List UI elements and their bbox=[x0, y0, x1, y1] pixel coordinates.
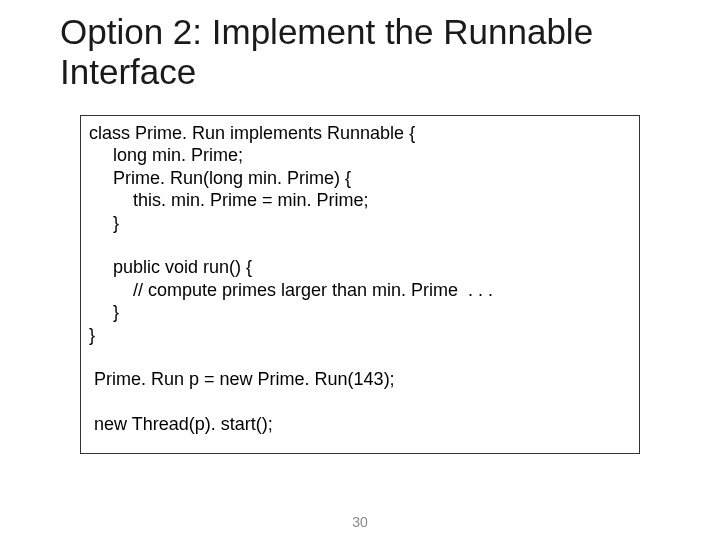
slide-title: Option 2: Implement the Runnable Interfa… bbox=[0, 0, 720, 93]
code-line: Prime. Run(long min. Prime) { bbox=[89, 167, 631, 190]
page-number: 30 bbox=[0, 514, 720, 530]
blank-line bbox=[89, 346, 631, 368]
code-line: new Thread(p). start(); bbox=[89, 413, 631, 436]
code-line: } bbox=[89, 324, 631, 347]
code-line: } bbox=[89, 301, 631, 324]
code-line: long min. Prime; bbox=[89, 144, 631, 167]
code-line: } bbox=[89, 212, 631, 235]
code-line: Prime. Run p = new Prime. Run(143); bbox=[89, 368, 631, 391]
code-line: this. min. Prime = min. Prime; bbox=[89, 189, 631, 212]
blank-line bbox=[89, 234, 631, 256]
code-line: // compute primes larger than min. Prime… bbox=[89, 279, 631, 302]
code-box: class Prime. Run implements Runnable { l… bbox=[80, 115, 640, 455]
code-line: public void run() { bbox=[89, 256, 631, 279]
code-line: class Prime. Run implements Runnable { bbox=[89, 122, 631, 145]
blank-line bbox=[89, 391, 631, 413]
